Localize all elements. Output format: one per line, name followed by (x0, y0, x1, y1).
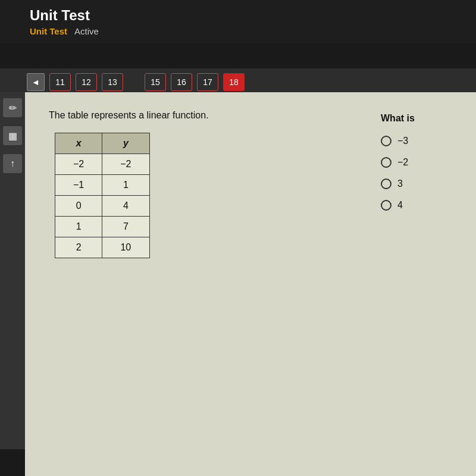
answer-option-neg3[interactable]: −3 (381, 136, 452, 146)
flag-icon[interactable]: ↑ (3, 154, 22, 173)
col-header-y: y (102, 133, 149, 154)
nav-btn-12[interactable]: 12 (76, 73, 97, 91)
col-header-x: x (55, 133, 102, 154)
answer-option-neg2[interactable]: −2 (381, 157, 452, 168)
answer-label-neg2: −2 (397, 157, 408, 168)
main-content: The table represents a linear function. … (25, 92, 476, 476)
breadcrumb: Unit Test Active (30, 26, 446, 36)
cell-x-4: 1 (55, 217, 102, 237)
cell-y-2: 1 (102, 175, 149, 196)
cell-y-5: 10 (102, 237, 149, 258)
nav-btn-16[interactable]: 16 (171, 73, 192, 91)
cell-y-3: 4 (102, 196, 149, 217)
question-text: The table represents a linear function. (49, 110, 363, 121)
nav-btn-13[interactable]: 13 (102, 73, 123, 91)
answer-label-4: 4 (397, 200, 403, 211)
table-row: −2 −2 (55, 154, 150, 175)
data-table: x y −2 −2 −1 1 0 4 1 7 (55, 133, 150, 258)
table-row: 0 4 (55, 196, 150, 217)
radio-3[interactable] (381, 178, 392, 189)
pencil-icon[interactable]: ✏ (3, 98, 22, 117)
cell-x-3: 0 (55, 196, 102, 217)
radio-neg2[interactable] (381, 157, 392, 168)
nav-btn-17[interactable]: 17 (197, 73, 218, 91)
nav-btn-11[interactable]: 11 (49, 73, 71, 91)
table-row: 2 10 (55, 237, 150, 258)
table-row: −1 1 (55, 175, 150, 196)
answer-label-3: 3 (397, 178, 403, 189)
what-is-label: What is (381, 113, 452, 124)
answer-label-neg3: −3 (397, 136, 408, 146)
answer-option-4[interactable]: 4 (381, 200, 452, 211)
cell-x-5: 2 (55, 237, 102, 258)
breadcrumb-unit-test[interactable]: Unit Test (30, 26, 67, 36)
left-content: The table represents a linear function. … (49, 110, 363, 458)
nav-btn-15[interactable]: 15 (145, 73, 166, 91)
nav-btn-18[interactable]: 18 (223, 73, 245, 91)
radio-4[interactable] (381, 200, 392, 211)
cell-y-4: 7 (102, 217, 149, 237)
nav-back-arrow[interactable]: ◄ (27, 73, 45, 91)
page-title: Unit Test (30, 7, 446, 24)
cell-y-1: −2 (102, 154, 149, 175)
radio-neg3[interactable] (381, 136, 392, 146)
table-row: 1 7 (55, 217, 150, 237)
cell-x-1: −2 (55, 154, 102, 175)
left-sidebar: ✏ ▦ ↑ (0, 92, 25, 449)
cell-x-2: −1 (55, 175, 102, 196)
breadcrumb-status: Active (74, 26, 99, 36)
header: Unit Test Unit Test Active (0, 0, 476, 43)
answer-option-3[interactable]: 3 (381, 178, 452, 189)
right-content: What is −3 −2 3 4 (381, 110, 452, 458)
calculator-icon[interactable]: ▦ (3, 126, 22, 145)
